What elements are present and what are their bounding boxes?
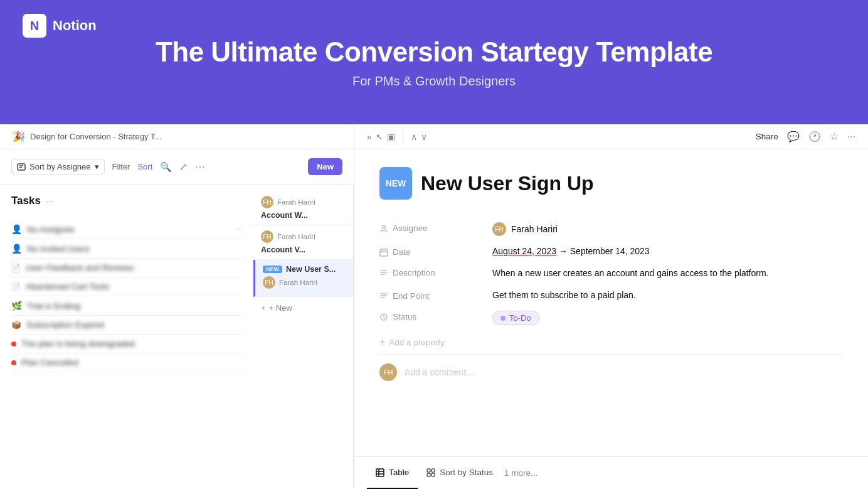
red-dot-icon: [11, 341, 16, 347]
card-column: FH Farah Hariri Account W... FH Farah Ha…: [253, 185, 354, 489]
property-date-row: Date August 24, 2023 → September 14, 202…: [379, 241, 843, 262]
assignee-value[interactable]: FH Farah Hariri: [492, 222, 843, 236]
sort-chevron-icon: ▾: [95, 162, 99, 171]
leaf-icon: 🌿: [11, 301, 22, 311]
tasks-more-icon[interactable]: ···: [46, 196, 53, 206]
plus-icon: +: [261, 303, 266, 313]
comment-avatar: FH: [379, 363, 397, 381]
sort-assignee-button[interactable]: Sort by Assignee ▾: [11, 159, 105, 175]
up-icon[interactable]: ∧: [411, 132, 417, 142]
property-status-row: Status To-Do: [379, 306, 843, 330]
new-badge-text: NEW: [386, 178, 406, 188]
calendar-icon: [379, 248, 388, 257]
search-icon[interactable]: 🔍: [160, 161, 172, 173]
nav-controls: » ↖ ▣ ∧ ∨: [367, 131, 427, 142]
list-item[interactable]: 👤 No Assignee ···: [11, 220, 242, 239]
tab-table[interactable]: Table: [367, 457, 418, 489]
new-badge-large: NEW: [379, 167, 412, 200]
property-description-row: Description When a new user creates an a…: [379, 262, 843, 285]
list-item[interactable]: 📦 Subscription Expired: [11, 316, 242, 335]
list-item[interactable]: 🌿 Trial is Ending: [11, 296, 242, 316]
comment-icon[interactable]: 💬: [787, 131, 800, 142]
expand-icon[interactable]: ⤢: [179, 161, 188, 173]
table-icon: [376, 468, 384, 477]
description-icon: [379, 269, 388, 277]
filter-button[interactable]: Filter: [112, 162, 130, 171]
detail-content: NEW New User Sign Up Assignee FH Farah H…: [354, 149, 868, 456]
breadcrumb-emoji: 🎉: [13, 131, 25, 142]
box-icon: 📦: [11, 320, 21, 330]
red-dot-icon: [11, 360, 16, 365]
description-label: Description: [379, 267, 492, 277]
card-header: FH Farah Hariri: [261, 196, 346, 208]
tasks-section: Tasks ···: [0, 185, 253, 220]
sort-link[interactable]: Sort: [137, 162, 152, 171]
back-arrow-icon[interactable]: ↖: [376, 132, 383, 142]
endpoint-label: End Point: [379, 290, 492, 301]
main-area: 🎉 Design for Conversion - Strategy T... …: [0, 124, 868, 489]
comment-input[interactable]: Add a comment...: [405, 367, 474, 377]
svg-rect-23: [427, 473, 430, 476]
more-options-icon[interactable]: ···: [195, 161, 205, 173]
status-icon: [379, 313, 388, 321]
down-icon[interactable]: ∨: [421, 132, 427, 142]
property-endpoint-row: End Point Get them to subscribe to a pai…: [379, 285, 843, 306]
card-item[interactable]: FH Farah Hariri Account V...: [253, 225, 353, 260]
date-label: Date: [379, 246, 492, 257]
more-icon[interactable]: ···: [847, 131, 855, 142]
star-icon[interactable]: ☆: [830, 131, 839, 142]
grid-icon: [426, 468, 435, 477]
hero-title: The Ultimate Conversion Startegy Templat…: [156, 36, 712, 68]
list-item[interactable]: The plan is being downgraded: [11, 335, 242, 353]
task-list: 👤 No Assignee ··· 👤 No Invited Users 📄 U…: [0, 220, 253, 372]
svg-rect-22: [431, 469, 435, 472]
tasks-header: Tasks ···: [11, 195, 242, 207]
hero-subtitle: For PMs & Growth Designers: [352, 74, 516, 89]
top-bar: » ↖ ▣ ∧ ∨ Share 💬 🕐 ☆ ···: [354, 124, 868, 149]
detail-title: New User Sign Up: [421, 172, 594, 195]
left-panel: 🎉 Design for Conversion - Strategy T... …: [0, 124, 354, 489]
status-label: Status: [379, 311, 492, 321]
status-badge[interactable]: To-Do: [492, 311, 539, 325]
panel-icon[interactable]: ▣: [387, 132, 395, 142]
history-icon[interactable]: 🕐: [808, 131, 821, 142]
date-arrow: →: [559, 246, 570, 256]
new-badge: NEW: [263, 266, 282, 273]
tab-sort-status[interactable]: Sort by Status: [418, 457, 502, 489]
hero-banner: N Notion The Ultimate Conversion Starteg…: [0, 0, 868, 124]
svg-line-16: [384, 317, 385, 318]
new-card-button[interactable]: + + New: [253, 297, 353, 319]
card-header: NEW New User S...: [263, 265, 346, 274]
plus-icon: +: [379, 336, 385, 348]
svg-rect-17: [376, 469, 384, 476]
card-sub-row: FH Farah Hariri: [263, 276, 346, 289]
toolbar: Sort by Assignee ▾ Filter Sort 🔍 ⤢ ··· N…: [0, 149, 354, 185]
breadcrumb-text: Design for Conversion - Strategy T...: [30, 132, 161, 141]
share-button[interactable]: Share: [756, 132, 778, 141]
top-bar-actions: Share 💬 🕐 ☆ ···: [756, 131, 855, 142]
assignee-label: Assignee: [379, 222, 492, 233]
page-icon: 📄: [11, 264, 21, 272]
tab-more[interactable]: 1 more...: [504, 468, 537, 478]
endpoint-icon: [379, 292, 388, 301]
forward-icon[interactable]: »: [367, 132, 372, 142]
date-value[interactable]: August 24, 2023 → September 14, 2023: [492, 246, 843, 256]
svg-point-3: [383, 225, 386, 228]
list-item[interactable]: 📄 User Feedback and Reviews: [11, 259, 242, 277]
divider: [403, 131, 403, 142]
detail-title-row: NEW New User Sign Up: [379, 167, 843, 200]
person-property-icon: [379, 224, 388, 233]
notion-logo: N Notion: [23, 14, 97, 38]
list-item[interactable]: 📄 Abandoned Cart Tools: [11, 277, 242, 296]
card-item[interactable]: FH Farah Hariri Account W...: [253, 191, 353, 225]
status-value[interactable]: To-Do: [492, 311, 843, 325]
property-assignee-row: Assignee FH Farah Hariri: [379, 217, 843, 241]
card-item-active[interactable]: NEW New User S... FH Farah Hariri: [253, 260, 353, 297]
list-item[interactable]: Plan Cancelled: [11, 353, 242, 372]
add-property-button[interactable]: + Add a property: [379, 330, 843, 354]
tab-table-label: Table: [389, 468, 409, 477]
new-button[interactable]: New: [308, 158, 342, 175]
list-item[interactable]: 👤 No Invited Users: [11, 239, 242, 259]
tab-sort-status-label: Sort by Status: [440, 468, 493, 477]
date-start: August 24, 2023: [492, 246, 556, 256]
